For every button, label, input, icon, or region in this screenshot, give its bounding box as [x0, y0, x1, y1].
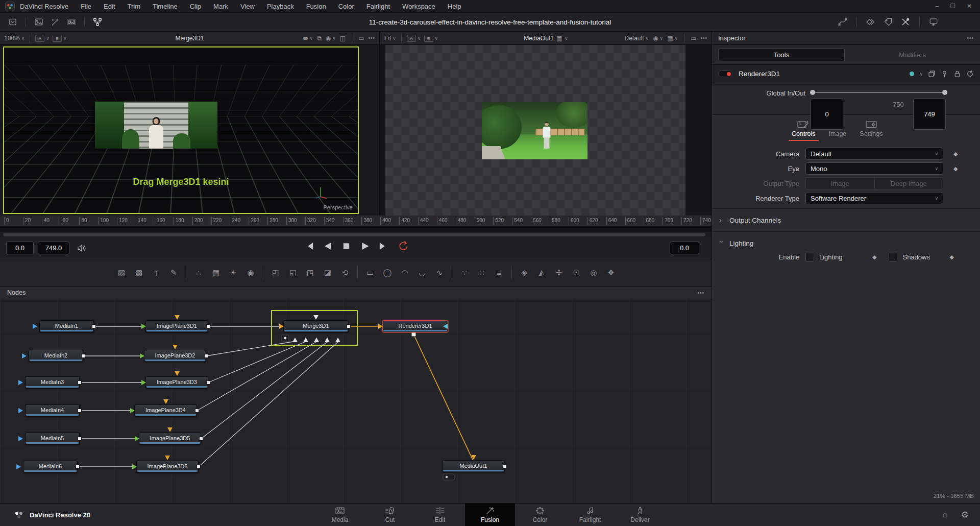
menu-item-playback[interactable]: Playback	[267, 3, 294, 10]
top-input-triangle-icon[interactable]	[167, 427, 173, 432]
media-pool-icon[interactable]	[33, 17, 44, 27]
timeline-ruler[interactable]: 0204060801001201401601802002202402602803…	[0, 216, 712, 226]
reset-icon[interactable]	[966, 70, 974, 78]
single-view-icon-right[interactable]: ▭	[691, 35, 696, 42]
node-mediain2[interactable]: MediaIn2	[29, 350, 83, 362]
input-triangle-icon[interactable]	[378, 324, 383, 329]
menu-item-view[interactable]: View	[240, 3, 255, 10]
view-mode-select[interactable]: ■∨	[53, 35, 67, 42]
output-square-icon[interactable]	[81, 354, 85, 358]
subtab-settings[interactable]: Settings	[856, 119, 886, 141]
right-viewer-2d[interactable]	[380, 45, 712, 216]
node-merge3d1[interactable]: Merge3D1	[283, 320, 349, 332]
menu-item-timeline[interactable]: Timeline	[153, 3, 178, 10]
menu-item-file[interactable]: File	[81, 3, 91, 10]
output-square-icon[interactable]	[206, 324, 210, 328]
right-input-triangle-icon[interactable]	[443, 324, 448, 329]
inspector-tools-icon[interactable]	[900, 17, 911, 27]
tool-prender-icon[interactable]: ≡	[493, 267, 506, 279]
lighting-select-right[interactable]: ◉∨	[653, 35, 663, 42]
audio-mute-icon[interactable]	[77, 244, 87, 253]
output-square-icon[interactable]	[503, 464, 507, 468]
tool-merge-3d-icon[interactable]: ☉	[570, 267, 583, 279]
eye-select[interactable]: Mono∨	[805, 162, 943, 175]
roi-select[interactable]: ⬬∨	[303, 35, 313, 42]
input-triangle-icon[interactable]	[16, 464, 21, 469]
tool-particles-icon[interactable]: ∴	[192, 267, 205, 279]
view-label[interactable]: Perspective	[324, 204, 353, 210]
menu-item-fusion[interactable]: Fusion	[306, 3, 326, 10]
view-mode-select-right[interactable]: ■∨	[424, 35, 438, 42]
tool-image-plane-3d-icon[interactable]: ◈	[518, 267, 531, 279]
nodes-panel-menu-icon[interactable]: •••	[697, 290, 704, 296]
global-inout-slider[interactable]	[812, 92, 946, 93]
output-square-icon[interactable]	[78, 437, 82, 441]
section-output-channels[interactable]: › Output Channels	[712, 213, 980, 227]
stack-icon[interactable]: ⧉	[317, 35, 322, 42]
go-last-button[interactable]	[379, 241, 390, 252]
shadows-checkbox[interactable]	[889, 253, 897, 261]
input-triangle-icon[interactable]	[33, 324, 37, 329]
version-color-icon[interactable]	[910, 71, 914, 76]
play-reverse-button[interactable]	[322, 241, 333, 252]
output-square-icon[interactable]	[347, 324, 351, 328]
slider-handle-in[interactable]	[810, 90, 815, 95]
loop-button[interactable]	[398, 241, 409, 252]
channel-select[interactable]: A∨	[35, 35, 50, 42]
input-triangle-icon[interactable]	[18, 436, 23, 441]
clips-icon[interactable]	[66, 17, 77, 27]
node-imageplane3d6[interactable]: ImagePlane3D6	[136, 461, 199, 473]
spline-icon[interactable]	[837, 17, 848, 27]
tool-ellipse-mask-icon[interactable]: ◯	[381, 267, 394, 279]
output-square-icon[interactable]	[92, 324, 96, 328]
menu-item-mark[interactable]: Mark	[213, 3, 228, 10]
top-input-triangle-icon[interactable]	[173, 345, 178, 349]
camera-select[interactable]: Default∨	[805, 148, 943, 160]
input-triangle-icon[interactable]	[279, 324, 284, 329]
metadata-icon[interactable]	[883, 17, 894, 27]
top-input-triangle-icon[interactable]	[175, 371, 180, 376]
checker-toggle[interactable]: ▦∨	[667, 35, 678, 42]
input-triangle-icon[interactable]	[141, 324, 146, 329]
section-lighting[interactable]: › Lighting	[712, 236, 980, 250]
tool-rectangle-mask-icon[interactable]: ▭	[363, 267, 377, 279]
tool-bspline-mask-icon[interactable]: ◡	[415, 267, 429, 279]
channel-select-right[interactable]: A∨	[407, 35, 421, 42]
top-input-triangle-icon[interactable]	[175, 315, 180, 320]
current-frame-field[interactable]: 0.0	[670, 242, 699, 254]
left-viewer-3d[interactable]: Drag Merge3D1 kesini Perspective	[0, 45, 380, 216]
tool-matte-control-icon[interactable]: ◪	[321, 267, 334, 279]
output-square-icon[interactable]	[206, 380, 210, 385]
split-view-icon[interactable]: ◫	[340, 35, 346, 42]
output-square-icon[interactable]	[199, 437, 203, 441]
pin-icon[interactable]	[941, 70, 948, 78]
range-end-field[interactable]: 749.0	[38, 242, 69, 254]
input-triangle-icon[interactable]	[18, 408, 23, 413]
tool-fastnoise-icon[interactable]: ▩	[132, 267, 145, 279]
page-tab-fusion[interactable]: Fusion	[465, 504, 515, 526]
page-tab-color[interactable]: Color	[515, 504, 565, 526]
tab-tools[interactable]: Tools	[718, 49, 845, 61]
input-triangle-icon[interactable]	[132, 464, 137, 469]
renderer-type-select[interactable]: Software Renderer∨	[805, 192, 943, 204]
page-tab-cut[interactable]: Cut	[365, 504, 415, 526]
ui-toggle-icon[interactable]	[7, 17, 18, 27]
keyframes-icon[interactable]	[865, 17, 876, 27]
tool-polygon-mask-icon[interactable]: ◠	[398, 267, 411, 279]
play-button[interactable]	[360, 241, 371, 252]
maximize-icon[interactable]: ☐	[950, 3, 955, 10]
tool-renderer-3d-icon[interactable]: ❖	[604, 267, 618, 279]
tool-pmerge-icon[interactable]: ∷	[475, 267, 488, 279]
lut-select[interactable]: Default∨	[625, 35, 649, 42]
node-imageplane3d4[interactable]: ImagePlane3D4	[134, 404, 197, 417]
output-square-icon[interactable]	[78, 380, 82, 385]
menu-app-name[interactable]: DaVinci Resolve	[20, 3, 68, 10]
node-mediain4[interactable]: MediaIn4	[25, 404, 80, 417]
input-triangle-icon[interactable]	[22, 353, 27, 358]
lighting-keyframe-icon[interactable]: ◆	[872, 254, 876, 260]
project-settings-gear-icon[interactable]: ⚙	[961, 510, 969, 520]
input-triangle-icon[interactable]	[141, 380, 146, 385]
node-enable-toggle[interactable]	[718, 70, 732, 77]
global-out-field[interactable]: 749	[913, 99, 946, 130]
slider-handle-out[interactable]	[942, 90, 947, 95]
